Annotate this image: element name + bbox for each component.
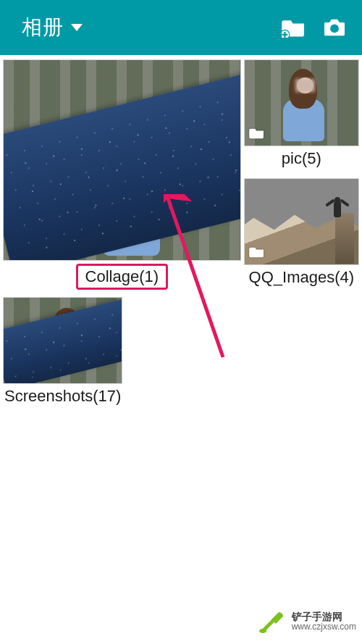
album-screenshots[interactable]: Screenshots(17) bbox=[3, 297, 122, 411]
watermark-url: www.czjxsw.com bbox=[292, 622, 356, 632]
person-figure bbox=[277, 69, 345, 141]
watermark-text: 铲子手游网 www.czjxsw.com bbox=[292, 611, 356, 632]
album-thumbnail bbox=[3, 59, 241, 261]
shovel-icon bbox=[257, 606, 287, 637]
album-thumbnail bbox=[244, 59, 359, 146]
album-thumbnail bbox=[244, 178, 359, 265]
album-pic[interactable]: pic(5) bbox=[244, 59, 359, 175]
album-qq-images[interactable]: QQ_Images(4) bbox=[244, 178, 359, 294]
svg-point-6 bbox=[259, 629, 266, 633]
folder-icon bbox=[249, 246, 266, 260]
dropdown-icon bbox=[71, 24, 83, 31]
camera-button[interactable] bbox=[317, 10, 352, 45]
album-dropdown[interactable]: 相册 bbox=[22, 14, 83, 41]
album-label: QQ_Images(4) bbox=[244, 265, 359, 293]
folder-icon bbox=[249, 127, 266, 141]
album-label: Screenshots(17) bbox=[3, 384, 122, 411]
album-collage[interactable]: Collage(1) bbox=[3, 59, 241, 294]
app-bar: 相册 bbox=[0, 0, 362, 55]
album-label: pic(5) bbox=[244, 146, 359, 174]
app-title: 相册 bbox=[22, 14, 64, 41]
watermark-name: 铲子手游网 bbox=[292, 611, 356, 622]
watermark: 铲子手游网 www.czjxsw.com bbox=[257, 606, 356, 637]
folder-icon bbox=[8, 241, 25, 256]
svg-rect-3 bbox=[282, 34, 287, 35]
new-folder-button[interactable] bbox=[277, 10, 311, 45]
album-thumbnail bbox=[3, 297, 122, 384]
camera-icon bbox=[322, 17, 347, 38]
albums-grid: Collage(1) pic(5) QQ_Images(4) bbox=[0, 55, 362, 411]
new-folder-icon bbox=[282, 17, 306, 38]
album-label: Collage(1) bbox=[76, 264, 169, 290]
svg-point-4 bbox=[330, 25, 339, 33]
person-figure bbox=[328, 191, 347, 223]
